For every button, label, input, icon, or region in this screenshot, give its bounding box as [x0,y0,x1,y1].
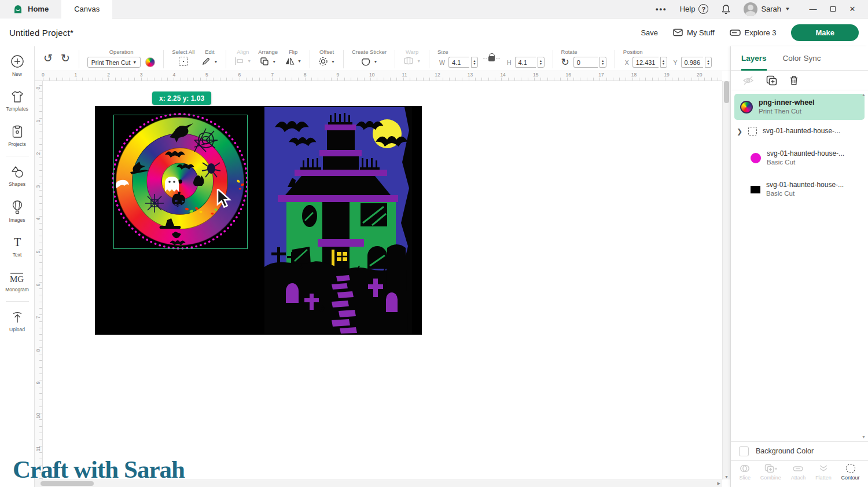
layer-scroll-down-icon[interactable]: ▼ [862,435,866,439]
tab-layers[interactable]: Layers [741,46,767,71]
user-account-menu[interactable]: Sarah ▼ [744,2,790,16]
expand-chevron-icon[interactable]: ❯ [737,127,742,136]
warp-icon [403,57,414,65]
tab-color-sync[interactable]: Color Sync [783,46,821,71]
operation-color-swatch[interactable] [145,57,155,67]
select-all-button[interactable] [179,57,188,66]
layer-actions-bar: Slice Combine Attach Flatten Contour [731,460,868,484]
layer-scroll-up-icon[interactable]: ▲ [862,93,866,97]
edit-button[interactable]: ▼ [201,57,218,66]
upload-icon [11,311,24,324]
duplicate-icon[interactable] [766,75,777,86]
sidebar-item-templates[interactable]: Templates [6,90,28,112]
create-sticker-button[interactable]: ▼ [361,57,378,66]
rotate-group: Rotate ↻ 0 ▲▼ [561,49,606,68]
sidebar-item-new[interactable]: New [10,54,24,77]
left-sidebar: New Templates Projects Shapes Images T T… [0,46,35,487]
scroll-right-arrow-icon[interactable]: ▶ [718,481,720,486]
scroll-down-arrow-icon[interactable]: ▼ [724,475,729,479]
drag-coordinates-tooltip: x: 2.25 y: 1.03 [152,91,211,105]
sidebar-item-shapes[interactable]: Shapes [9,166,25,187]
layer-row-png-inner-wheel[interactable]: png-inner-wheel Print Then Cut [734,94,865,120]
chevron-down-icon: ▼ [785,6,790,12]
layer-row-black[interactable]: svg-01-haunted-house-... Basic Cut [734,174,865,205]
ruler-number: 18 [631,72,637,78]
arrange-button[interactable]: ▼ [260,57,276,66]
vscroll-thumb[interactable] [724,81,729,103]
ruler-number: 11 [402,72,407,78]
tab-home[interactable]: Home [0,0,61,19]
svg-text:MG: MG [10,274,24,284]
window-minimize-button[interactable]: — [803,0,823,19]
undo-button[interactable]: ↺ [43,52,53,65]
rotate-stepper[interactable]: ▲▼ [599,57,606,68]
width-stepper[interactable]: ▲▼ [471,57,478,68]
make-button[interactable]: Make [791,24,859,41]
width-input[interactable]: 4.1 [448,57,469,68]
user-name: Sarah [761,5,781,13]
explore-machine-button[interactable]: Explore 3 [730,28,777,37]
position-y-stepper[interactable]: ▲▼ [705,57,712,68]
save-button[interactable]: Save [641,28,658,37]
canvas-vertical-scrollbar[interactable]: ▼ [722,81,730,479]
height-stepper[interactable]: ▲▼ [538,57,545,68]
redo-button[interactable]: ↻ [61,52,70,65]
ruler-number: 0 [35,85,41,91]
position-x-stepper[interactable]: ▲▼ [660,57,667,68]
height-input[interactable]: 4.1 [515,57,536,68]
tshirt-icon [10,90,24,103]
warp-group: Warp ▼ [403,49,421,65]
slice-icon [740,464,750,473]
operation-select[interactable]: Print Then Cut▼ [87,57,141,68]
avatar [744,2,757,16]
layer-row-group[interactable]: ❯ svg-01-haunted-house-... [734,120,865,142]
canvas-horizontal-scrollbar[interactable]: ▶ [35,479,722,487]
position-x-input[interactable]: 12.431 [632,57,659,68]
offset-button[interactable]: ▼ [318,57,335,66]
size-lock-toggle[interactable] [483,56,500,61]
hscroll-thumb[interactable] [41,481,94,486]
help-button[interactable]: Help ? [680,4,709,14]
edit-group: Edit ▼ [201,49,218,66]
my-stuff-button[interactable]: My Stuff [673,28,714,37]
design-canvas[interactable]: 01234567891011121314151617181920 0123456… [35,71,730,487]
sidebar-item-monogram[interactable]: MG Monogram [5,271,29,292]
cricut-home-icon [13,4,23,14]
contour-icon [846,464,855,473]
contour-button[interactable]: Contour [841,464,860,481]
position-y-input[interactable]: 0.986 [681,57,704,68]
sidebar-item-images[interactable]: Images [9,200,25,223]
sidebar-item-text[interactable]: T Text [11,236,24,258]
layer-swatch-magenta [751,153,761,163]
sidebar-item-projects[interactable]: Projects [8,125,26,147]
notifications-bell-icon[interactable] [721,4,731,14]
caret-down-icon: ▼ [133,60,137,64]
window-restore-button[interactable] [823,0,843,19]
operation-label: Operation [109,49,134,55]
envelope-icon [673,28,683,36]
flatten-icon [818,464,829,473]
horizontal-ruler: 01234567891011121314151617181920 [35,71,722,81]
flip-button[interactable]: ▼ [285,57,301,65]
height-label: H [507,59,512,66]
project-header: Untitled Project* Save My Stuff Explore … [0,19,868,46]
select-all-icon [179,57,188,66]
selection-bounding-box[interactable] [113,115,248,249]
tab-canvas[interactable]: Canvas [61,0,112,19]
background-color-checkbox[interactable] [739,446,749,456]
my-stuff-label: My Stuff [687,28,714,37]
attach-icon [792,464,804,473]
flatten-button: Flatten [815,464,832,481]
overflow-menu-button[interactable]: ••• [656,5,667,13]
rotate-input[interactable]: 0 [573,57,598,68]
sidebar-item-upload[interactable]: Upload [9,311,25,332]
window-close-button[interactable]: ✕ [843,0,862,19]
haunted-house-artwork[interactable] [264,107,412,334]
ruler-number: 12 [435,72,440,78]
offset-icon [318,57,328,66]
layer-row-magenta[interactable]: svg-01-haunted-house-... Basic Cut [734,142,865,174]
trash-icon[interactable] [789,75,799,86]
help-label: Help [680,5,696,13]
ruler-number: 10 [35,413,41,419]
text-icon: T [11,236,24,249]
